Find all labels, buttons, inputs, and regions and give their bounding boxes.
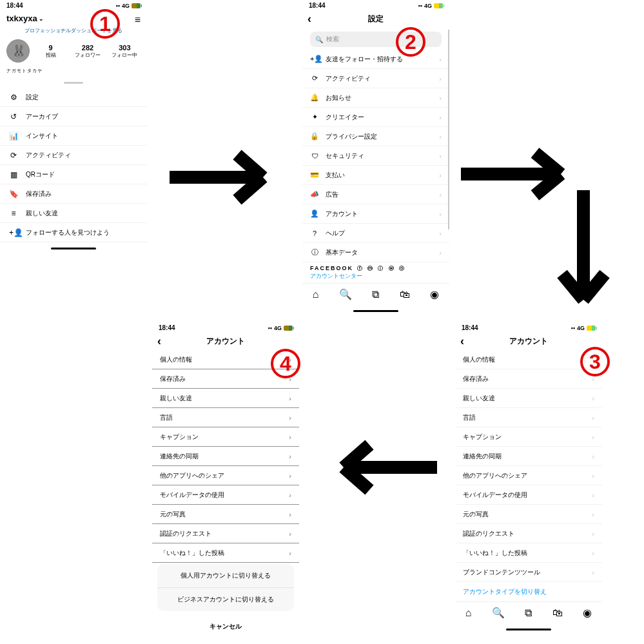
- back-button[interactable]: ‹: [460, 335, 464, 347]
- menu-item[interactable]: ⚙設定: [0, 88, 147, 107]
- row-icon: ⟳: [310, 74, 319, 83]
- menu-item[interactable]: ▦QRコード: [0, 165, 147, 184]
- back-button[interactable]: ‹: [307, 13, 311, 24]
- chevron-right-icon: ›: [439, 75, 442, 83]
- back-button[interactable]: ‹: [157, 335, 161, 347]
- menu-item[interactable]: ↺アーカイブ: [0, 107, 147, 126]
- menu-item-icon: 🔖: [9, 190, 18, 199]
- action-sheet: 個人用アカウントに切り替える ビジネスアカウントに切り替える キャンセル: [157, 564, 294, 638]
- row-icon: 📣: [310, 190, 319, 199]
- stat-posts[interactable]: 9投稿: [35, 44, 66, 59]
- chevron-right-icon: ›: [592, 511, 594, 518]
- row-label: モバイルデータの使用: [160, 491, 224, 500]
- account-row[interactable]: 保存済み›: [455, 369, 602, 389]
- settings-row[interactable]: ?ヘルプ›: [302, 224, 449, 243]
- menu-item[interactable]: ≡親しい友達: [0, 204, 147, 223]
- nav-icon[interactable]: 🔍: [492, 607, 505, 619]
- menu-icon[interactable]: ≡: [135, 14, 141, 26]
- account-row[interactable]: ブランドコンテンツツール›: [455, 563, 602, 582]
- chevron-right-icon: ›: [289, 433, 291, 441]
- nav-icon[interactable]: ⌂: [313, 289, 319, 300]
- account-row[interactable]: 言語›: [455, 408, 602, 427]
- chevron-right-icon: ›: [592, 414, 594, 422]
- chevron-right-icon: ›: [439, 210, 442, 218]
- row-label: 「いいね！」した投稿: [160, 549, 224, 558]
- row-label: クリエイター: [326, 113, 364, 122]
- cancel-button[interactable]: キャンセル: [157, 615, 294, 638]
- account-row[interactable]: 認証のリクエスト›: [455, 524, 602, 543]
- nav-icon[interactable]: ⧉: [525, 607, 532, 619]
- page-title: 設定: [368, 14, 384, 24]
- row-label: 言語: [160, 413, 173, 422]
- chevron-right-icon: ›: [592, 453, 594, 460]
- chevron-right-icon: ›: [592, 549, 594, 557]
- switch-account-type[interactable]: アカウントタイプを切り替え: [455, 582, 602, 601]
- settings-row[interactable]: 🛡セキュリティ›: [302, 146, 449, 166]
- switch-business-button[interactable]: ビジネスアカウントに切り替える: [157, 588, 294, 611]
- account-row: モバイルデータの使用›: [152, 485, 299, 505]
- row-label: ヘルプ: [326, 229, 345, 238]
- chevron-right-icon: ›: [592, 491, 594, 499]
- account-row[interactable]: キャプション›: [455, 427, 602, 447]
- settings-row[interactable]: 👤アカウント›: [302, 204, 449, 224]
- account-row[interactable]: 元の写真›: [455, 505, 602, 524]
- menu-item[interactable]: 📊インサイト: [0, 126, 147, 146]
- status-bar: 18:44 ▪▪4G: [302, 0, 449, 10]
- menu-item[interactable]: 🔖保存済み: [0, 184, 147, 204]
- step-badge-4: 4: [271, 349, 300, 378]
- bottom-nav: ⌂🔍⧉🛍◉: [455, 601, 602, 623]
- scrollbar[interactable]: [448, 30, 449, 229]
- status-bar: 18:44 ▪▪4G: [0, 0, 147, 10]
- chevron-right-icon: ›: [289, 395, 291, 402]
- status-time: 18:44: [6, 2, 23, 9]
- sheet-handle[interactable]: [64, 82, 83, 84]
- menu-item-label: 設定: [26, 93, 39, 102]
- row-icon: 🔔: [310, 93, 319, 102]
- row-label: 友達をフォロー・招待する: [326, 55, 403, 64]
- row-label: キャプション: [463, 433, 502, 442]
- menu-item-icon: 📊: [9, 132, 18, 141]
- settings-row[interactable]: 🔒プライバシー設定›: [302, 127, 449, 146]
- settings-row[interactable]: ✦クリエイター›: [302, 108, 449, 127]
- settings-row[interactable]: ⓘ基本データ›: [302, 243, 449, 262]
- nav-icon[interactable]: ⌂: [465, 607, 472, 619]
- settings-row[interactable]: 📣広告›: [302, 185, 449, 204]
- menu-item-icon: ⟳: [9, 151, 18, 160]
- account-row[interactable]: 「いいね！」した投稿›: [455, 543, 602, 563]
- menu-item-label: QRコード: [26, 170, 55, 179]
- menu-item-icon: ▦: [9, 170, 18, 179]
- row-label: 他のアプリへのシェア: [463, 471, 527, 480]
- stat-followers[interactable]: 282フォロワー: [72, 44, 103, 59]
- row-icon: ✦: [310, 113, 319, 121]
- chevron-right-icon: ›: [289, 549, 291, 557]
- switch-personal-button[interactable]: 個人用アカウントに切り替える: [157, 564, 294, 588]
- nav-icon[interactable]: 🛍: [400, 289, 410, 300]
- menu-item-icon: ↺: [9, 112, 18, 121]
- settings-row[interactable]: ⟳アクティビティ›: [302, 69, 449, 88]
- nav-icon[interactable]: ◉: [430, 288, 439, 300]
- pro-dashboard-link[interactable]: プロフェッショナルダッシュボードを見る: [0, 24, 147, 37]
- username-dropdown[interactable]: txkxyxa⌄: [6, 14, 141, 23]
- account-row[interactable]: 連絡先の同期›: [455, 447, 602, 466]
- menu-item[interactable]: +👤フォローする人を見つけよう: [0, 223, 147, 242]
- chevron-right-icon: ›: [439, 191, 442, 199]
- account-row: 「いいね！」した投稿›: [152, 543, 299, 563]
- nav-icon[interactable]: 🛍: [552, 607, 563, 619]
- account-row: 言語›: [152, 408, 299, 427]
- stat-following[interactable]: 303フォロー中: [109, 44, 141, 59]
- account-row[interactable]: 他のアプリへのシェア›: [455, 466, 602, 485]
- account-row[interactable]: モバイルデータの使用›: [455, 485, 602, 505]
- chevron-right-icon: ›: [439, 113, 442, 121]
- account-row[interactable]: 親しい友達›: [455, 389, 602, 408]
- account-center-link[interactable]: アカウントセンター: [302, 272, 449, 283]
- nav-icon[interactable]: ◉: [583, 607, 592, 619]
- menu-item[interactable]: ⟳アクティビティ: [0, 146, 147, 165]
- profile-menu-sheet: ⚙設定↺アーカイブ📊インサイト⟳アクティビティ▦QRコード🔖保存済み≡親しい友達…: [0, 78, 147, 242]
- settings-row[interactable]: +👤友達をフォロー・招待する›: [302, 50, 449, 69]
- settings-row[interactable]: 💳支払い›: [302, 166, 449, 185]
- avatar[interactable]: [6, 39, 30, 63]
- nav-icon[interactable]: 🔍: [339, 288, 352, 300]
- step-badge-2: 2: [396, 27, 425, 57]
- nav-icon[interactable]: ⧉: [372, 289, 379, 300]
- settings-row[interactable]: 🔔お知らせ›: [302, 88, 449, 108]
